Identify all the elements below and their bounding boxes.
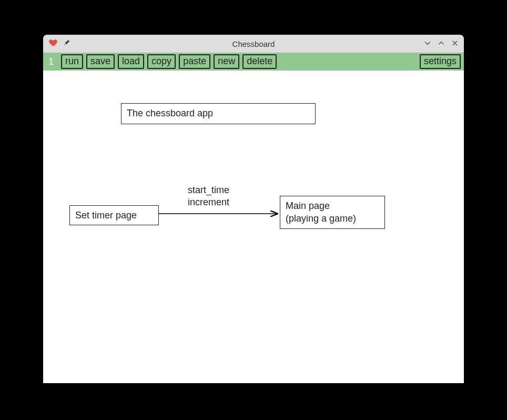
new-button[interactable]: new	[214, 54, 239, 68]
node-main-page[interactable]: Main page (playing a game)	[280, 196, 385, 229]
close-button[interactable]	[451, 39, 459, 48]
maximize-button[interactable]	[438, 39, 445, 48]
settings-button[interactable]: settings	[420, 54, 461, 68]
window-title: Chessboard	[232, 39, 275, 48]
window-titlebar: Chessboard	[43, 35, 464, 53]
pin-icon[interactable]	[63, 39, 70, 48]
heart-icon	[48, 38, 58, 49]
copy-button[interactable]: copy	[147, 54, 176, 68]
load-button[interactable]: load	[118, 54, 144, 68]
run-button[interactable]: run	[61, 54, 83, 68]
diagram-canvas[interactable]: The chessboard app Set timer page Main p…	[43, 71, 464, 383]
toolbar: 1 run save load copy paste new delete se…	[43, 53, 464, 71]
app-window: Chessboard 1 run save load copy paste ne…	[43, 35, 464, 383]
minimize-button[interactable]	[424, 39, 431, 48]
paste-button[interactable]: paste	[179, 54, 210, 68]
save-button[interactable]: save	[86, 54, 115, 68]
node-title[interactable]: The chessboard app	[121, 103, 316, 124]
delete-button[interactable]: delete	[242, 54, 277, 68]
node-set-timer-page[interactable]: Set timer page	[69, 205, 159, 225]
arrow-icon	[159, 208, 280, 219]
edge-label[interactable]: start_time increment	[188, 184, 229, 209]
page-number: 1	[46, 56, 56, 67]
